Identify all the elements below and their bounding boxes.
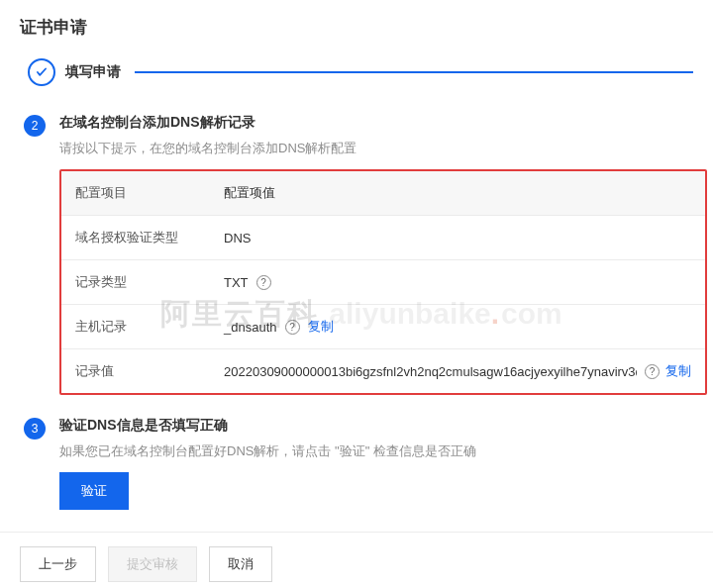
cancel-button[interactable]: 取消: [209, 546, 272, 582]
host-record-val: _dnsauth: [224, 320, 277, 335]
record-type-val: TXT: [224, 275, 249, 290]
help-icon[interactable]: ?: [256, 275, 271, 290]
progress-step-icon: [28, 58, 55, 86]
table-header: 配置项目 配置项值: [61, 171, 705, 216]
step-3-hint: 如果您已在域名控制台配置好DNS解析，请点击 "验证" 检查信息是否正确: [59, 442, 693, 460]
step-3: 3 验证DNS信息是否填写正确 如果您已在域名控制台配置好DNS解析，请点击 "…: [20, 417, 693, 510]
page-title: 证书申请: [20, 16, 693, 39]
table-row-auth-type: 域名授权验证类型 DNS: [61, 216, 705, 260]
step-badge-2: 2: [24, 115, 46, 137]
auth-type-key: 域名授权验证类型: [75, 229, 224, 246]
submit-button: 提交审核: [108, 546, 197, 582]
record-value-key: 记录值: [75, 362, 224, 380]
record-type-key: 记录类型: [75, 273, 224, 291]
progress-step-label: 填写申请: [65, 63, 121, 81]
header-key: 配置项目: [75, 184, 224, 202]
check-icon: [35, 65, 49, 79]
auth-type-val: DNS: [224, 231, 691, 245]
step-2: 2 在域名控制台添加DNS解析记录 请按以下提示，在您的域名控制台添加DNS解析…: [20, 114, 693, 395]
verify-button[interactable]: 验证: [59, 472, 129, 510]
help-icon[interactable]: ?: [645, 364, 660, 379]
help-icon[interactable]: ?: [285, 320, 300, 335]
table-row-record-type: 记录类型 TXT ?: [61, 260, 705, 305]
header-val: 配置项值: [224, 184, 691, 202]
progress-line: [135, 71, 693, 73]
progress-bar: 填写申请: [20, 58, 693, 86]
table-row-host-record: 主机记录 _dnsauth ? 复制: [61, 305, 705, 349]
step-2-title: 在域名控制台添加DNS解析记录: [59, 114, 707, 132]
step-3-title: 验证DNS信息是否填写正确: [59, 417, 693, 435]
host-record-key: 主机记录: [75, 318, 224, 336]
step-badge-3: 3: [24, 418, 46, 440]
footer-actions: 上一步 提交审核 取消: [0, 532, 713, 588]
step-2-hint: 请按以下提示，在您的域名控制台添加DNS解析配置: [59, 140, 707, 157]
copy-link[interactable]: 复制: [665, 362, 691, 380]
table-row-record-value: 记录值 20220309000000013bi6gzsfnl2vh2nq2cmu…: [61, 349, 705, 393]
record-value-val: 20220309000000013bi6gzsfnl2vh2nq2cmulsag…: [224, 364, 637, 379]
dns-config-table: 阿里云百科 aliyunbaike.com 配置项目 配置项值 域名授权验证类型…: [59, 169, 707, 395]
prev-button[interactable]: 上一步: [20, 546, 96, 582]
copy-link[interactable]: 复制: [308, 318, 334, 336]
